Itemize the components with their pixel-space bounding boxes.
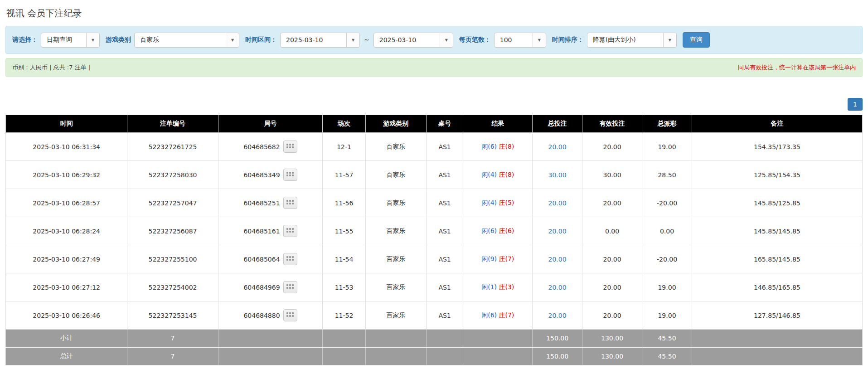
col-header-bet-no: 注单编号 [127,115,218,133]
date-from-dropdown[interactable]: 2025-03-10 ▼ [280,33,360,48]
result-banker: 庄(6) [499,227,514,234]
total-count: 7 [127,347,218,365]
view-roadmap-button[interactable] [283,309,297,321]
cell-game-type: 百家乐 [365,189,426,217]
cell-session: 11-53 [323,273,365,301]
col-header-total-bet: 总投注 [533,115,582,133]
cell-session: 11-55 [323,217,365,245]
cell-payout: 0.00 [642,217,692,245]
search-button[interactable]: 查询 [683,32,710,48]
cell-valid-bet: 30.00 [582,161,642,189]
col-header-valid-bet: 有效投注 [582,115,642,133]
cell-total-bet: 20.00 [533,189,582,217]
cell-round-no: 604685682 [218,133,323,161]
result-banker: 庄(3) [499,283,514,291]
cell-payout: 28.50 [642,161,692,189]
date-from-value: 2025-03-10 [281,33,346,47]
table-row: 2025-03-10 06:27:12 522327254002 6046849… [6,273,863,301]
result-banker: 庄(7) [499,255,514,262]
cell-table-no: AS1 [426,189,463,217]
cell-time: 2025-03-10 06:29:32 [6,161,127,189]
total-bet-link[interactable]: 20.00 [548,143,567,151]
cell-remark: 146.85/165.85 [692,273,862,301]
chevron-down-icon: ▼ [226,33,239,47]
cell-session: 11-57 [323,161,365,189]
cell-remark: 145.85/125.85 [692,189,862,217]
view-roadmap-button[interactable] [283,169,297,181]
total-bet-link[interactable]: 20.00 [548,228,567,235]
cell-table-no: AS1 [426,245,463,273]
subtotal-total-bet: 150.00 [533,330,582,348]
sort-order-dropdown[interactable]: 降冪(由大到小) ▼ [587,33,677,48]
valid-bet-notice: 同局有效投注，统一计算在该局第一张注单内 [738,63,856,72]
cell-valid-bet: 20.00 [582,301,642,330]
view-roadmap-button[interactable] [283,141,297,153]
cell-result: 闲(4) 庄(8) [463,161,533,189]
subtotal-payout: 45.50 [642,330,692,348]
cell-bet-no: 522327257047 [127,189,218,217]
cell-result: 闲(6) 庄(8) [463,133,533,161]
total-bet-link[interactable]: 20.00 [548,199,567,207]
date-range-separator: ~ [363,36,370,44]
sort-order-value: 降冪(由大到小) [587,33,663,47]
round-number: 604685349 [243,171,280,179]
col-header-result: 结果 [463,115,533,133]
result-banker: 庄(8) [499,143,514,150]
col-header-session: 场次 [323,115,365,133]
result-player: 闲(6) [481,143,497,150]
cell-game-type: 百家乐 [365,133,426,161]
cell-time: 2025-03-10 06:26:46 [6,301,127,330]
total-valid-bet: 130.00 [582,347,642,365]
sort-order-label: 时间排序： [552,36,584,44]
result-player: 闲(6) [481,227,497,234]
date-to-dropdown[interactable]: 2025-03-10 ▼ [373,33,453,48]
cell-result: 闲(9) 庄(7) [463,245,533,273]
chevron-down-icon: ▼ [663,33,676,47]
total-label: 总计 [6,347,127,365]
roadmap-icon [286,256,294,262]
betting-records-page: 视讯 会员下注纪录 请选择： 日期查询 ▼ 游戏类别 百家乐 ▼ 时间区间： 2… [0,0,868,369]
view-roadmap-button[interactable] [283,225,297,237]
view-roadmap-button[interactable] [283,253,297,265]
pagination-top: 1 [5,98,863,111]
cell-remark: 127.85/146.85 [692,301,862,330]
query-type-dropdown[interactable]: 日期查询 ▼ [41,33,100,48]
page-1-button[interactable]: 1 [848,98,863,111]
view-roadmap-button[interactable] [283,281,297,293]
cell-remark: 145.85/145.85 [692,217,862,245]
cell-round-no: 604685251 [218,189,323,217]
game-type-dropdown[interactable]: 百家乐 ▼ [134,33,239,48]
cell-payout: 19.00 [642,273,692,301]
cell-table-no: AS1 [426,133,463,161]
total-bet-link[interactable]: 20.00 [548,312,567,319]
view-roadmap-button[interactable] [283,197,297,209]
total-bet-link[interactable]: 30.00 [548,171,567,179]
cell-total-bet: 20.00 [533,217,582,245]
roadmap-icon [286,172,294,178]
result-banker: 庄(8) [499,171,514,178]
subtotal-valid-bet: 130.00 [582,330,642,348]
cell-result: 闲(6) 庄(6) [463,217,533,245]
total-payout: 45.50 [642,347,692,365]
page-size-dropdown[interactable]: 100 ▼ [494,33,546,48]
cell-payout: 19.00 [642,133,692,161]
cell-session: 12-1 [323,133,365,161]
cell-bet-no: 522327253145 [127,301,218,330]
chevron-down-icon: ▼ [533,33,546,47]
cell-time: 2025-03-10 06:31:34 [6,133,127,161]
cell-bet-no: 522327258030 [127,161,218,189]
table-header-row: 时间 注单编号 局号 场次 游戏类别 桌号 结果 总投注 有效投注 总派彩 备注 [6,115,863,133]
round-number: 604684880 [243,312,280,319]
cell-bet-no: 522327254002 [127,273,218,301]
cell-round-no: 604685349 [218,161,323,189]
result-player: 闲(4) [481,199,497,206]
total-bet-link[interactable]: 20.00 [548,256,567,263]
total-bet-link[interactable]: 20.00 [548,284,567,291]
currency-total-summary: 币别：人民币 | 总共 :7 注单 | [12,63,90,72]
round-number: 604685251 [243,199,280,207]
cell-remark: 125.85/154.35 [692,161,862,189]
round-number: 604685064 [243,256,280,263]
table-row: 2025-03-10 06:26:46 522327253145 6046848… [6,301,863,330]
result-player: 闲(1) [481,283,497,291]
cell-valid-bet: 20.00 [582,273,642,301]
